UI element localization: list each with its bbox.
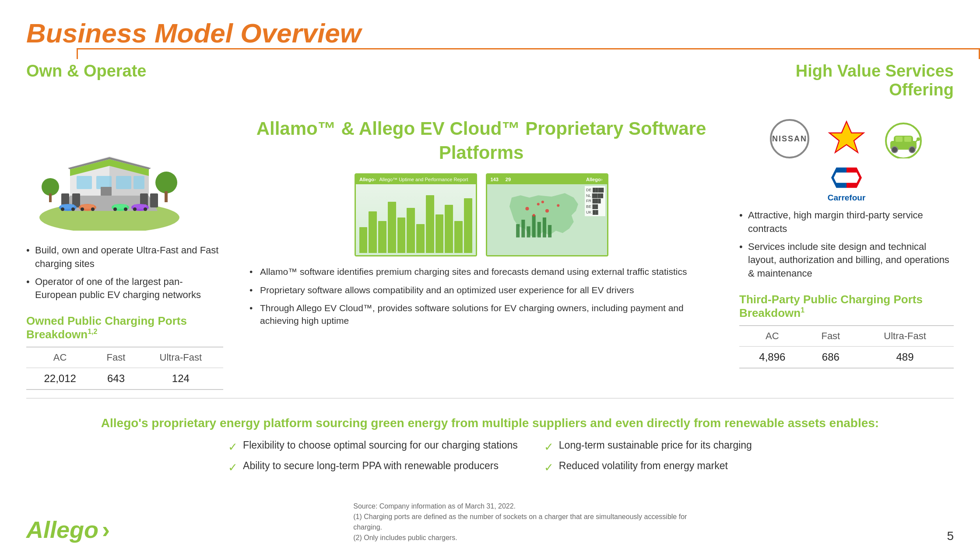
checkmark-icon-3: ✓ [544,440,554,454]
page-title: Business Model Overview [26,18,954,49]
mock-chart-1 [356,184,476,255]
chart-bar [464,198,472,253]
svg-point-48 [525,207,529,211]
middle-bullet-1: Allamo™ software identifies premium char… [249,265,713,278]
svg-point-26 [113,207,117,211]
chart-bar [445,205,453,253]
chart-bar [378,221,386,253]
middle-bullet-3: Through Allego EV Cloud™, provides softw… [249,302,713,327]
left-bullet-2: Operator of one of the largest pan-Europ… [26,275,223,302]
chart-bar [359,227,368,253]
chart-bar [416,224,425,253]
screenshot1-header: Allego› Allego™ Uptime and Performance R… [356,175,476,184]
owned-val-ultrafast: 124 [138,368,223,390]
energy-bullet-3: ✓ Long-term sustainable price for its ch… [544,439,752,454]
owned-val-ac: 22,012 [26,368,94,390]
svg-rect-57 [896,137,903,142]
screenshot-card-1: Allego› Allego™ Uptime and Performance R… [355,173,477,256]
allego-arrow-icon: › [102,516,110,543]
chart-bar [436,214,444,253]
svg-rect-58 [904,137,911,142]
ev-car-logo [879,121,927,156]
svg-rect-46 [542,218,546,238]
own-operate-heading: Own & Operate [26,62,223,81]
svg-point-34 [155,172,177,193]
chart-bar [369,211,377,253]
screenshot2-header: 143 29 Allego› [487,175,607,184]
svg-text:Allego: Allego [359,177,374,182]
right-bullet-2: Services include site design and technic… [739,240,954,281]
svg-marker-63 [831,168,847,188]
svg-rect-7 [77,176,92,189]
third-col-ultrafast: Ultra-Fast [856,326,954,347]
owned-col-ac: AC [26,347,94,368]
third-val-fast: 686 [805,346,856,368]
energy-bullet-2: ✓ Ability to secure long-term PPA with r… [228,460,518,474]
page: Business Model Overview Own & Operate Hi… [0,0,980,551]
screenshot1-body [356,184,476,255]
third-party-breakdown-table: AC Fast Ultra-Fast 4,896 686 489 [739,325,954,369]
svg-point-32 [42,178,59,196]
middle-bullet-2: Proprietary software allows compatibilit… [249,284,713,296]
svg-point-53 [541,201,544,204]
middle-bullet-list: Allamo™ software identifies premium char… [249,265,713,327]
svg-point-18 [61,207,64,211]
energy-section: Allego's proprietary energy platform sou… [26,406,954,474]
svg-point-27 [124,207,127,211]
svg-point-52 [532,214,535,217]
energy-title: Allego's proprietary energy platform sou… [26,414,954,432]
screenshot2-body: DE ████ NL ████ FR ███ BE ██ UK ██ [487,184,607,255]
partner-logos: NISSAN [739,121,954,200]
svg-text:›: › [374,177,376,182]
third-col-ac: AC [739,326,805,347]
svg-rect-47 [548,225,551,237]
left-bullet-1: Build, own and operate Ultra-Fast and Fa… [26,244,223,271]
svg-point-60 [909,147,915,153]
allego-logo: Allego › [26,516,110,543]
svg-rect-15 [150,193,158,207]
chart-bar [388,202,396,253]
charging-station-image [26,121,193,235]
bracket-left-end [77,48,78,59]
horizontal-separator [26,398,954,399]
svg-rect-43 [527,226,530,237]
svg-text:›: › [601,177,603,182]
checkmark-icon-1: ✓ [228,440,238,454]
owned-col-ultrafast: Ultra-Fast [138,347,223,368]
svg-rect-41 [516,224,520,237]
svg-text:Allego: Allego [586,177,601,182]
chart-bar [397,218,406,253]
energy-col-1: ✓ Flexibility to choose optimal sourcing… [228,439,518,474]
source-text: Source: Company information as of March … [353,501,703,543]
chart-bar [426,195,434,253]
svg-point-62 [917,137,920,141]
svg-point-49 [537,203,539,206]
page-number: 5 [947,529,954,543]
chart-bar [454,221,463,253]
allego-logo-text: Allego [26,518,98,541]
energy-col-2: ✓ Long-term sustainable price for its ch… [544,439,752,474]
right-column: NISSAN [726,117,954,390]
svg-point-59 [892,147,898,153]
svg-rect-45 [537,222,541,237]
software-screenshots: Allego› Allego™ Uptime and Performance R… [249,173,713,256]
svg-rect-33 [49,193,52,202]
mock-map: DE ████ NL ████ FR ███ BE ██ UK ██ [487,184,607,255]
third-val-ac: 4,896 [739,346,805,368]
svg-point-22 [81,207,84,211]
owned-breakdown-table: AC Fast Ultra-Fast 22,012 643 124 [26,347,223,390]
left-bullet-list: Build, own and operate Ultra-Fast and Fa… [26,244,223,302]
left-column: Build, own and operate Ultra-Fast and Fa… [26,117,236,390]
owned-col-fast: Fast [94,347,138,368]
screenshot-card-2: 143 29 Allego› [486,173,608,256]
energy-bullets-container: ✓ Flexibility to choose optimal sourcing… [26,439,954,474]
svg-point-51 [557,204,559,207]
bracket-line [77,48,980,49]
footer: Allego › Source: Company information as … [26,501,954,543]
carrefour-logo: Carrefour [822,165,871,200]
svg-rect-44 [532,215,535,238]
nissan-logo: NISSAN [766,121,814,156]
svg-rect-11 [101,187,112,196]
owned-breakdown-title: Owned Public Charging Ports Breakdown1,2 [26,314,223,341]
svg-marker-64 [847,168,862,188]
